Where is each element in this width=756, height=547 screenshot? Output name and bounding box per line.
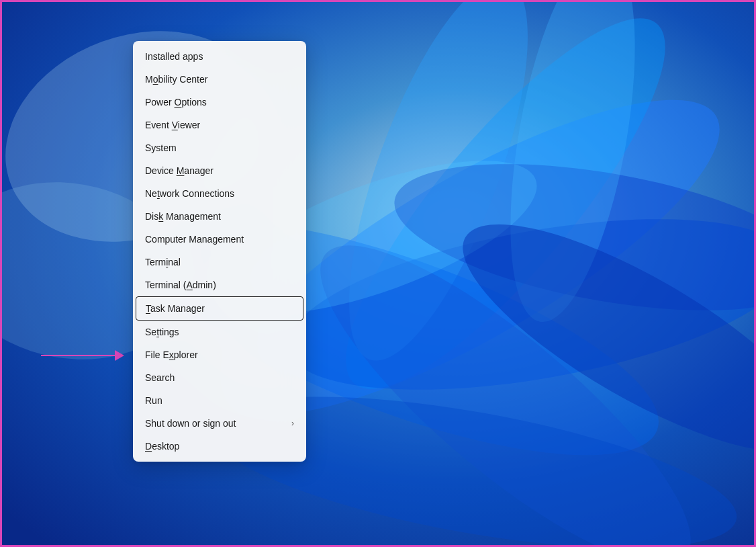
menu-item-search[interactable]: Search [133, 366, 306, 389]
menu-item-device-manager[interactable]: Device Manager [133, 159, 306, 182]
context-menu: Installed apps Mobility Center Power Opt… [133, 41, 306, 462]
arrow-head [115, 350, 124, 361]
arrow-indicator [41, 350, 124, 361]
menu-item-file-explorer[interactable]: File Explorer [133, 343, 306, 366]
arrow-line [41, 355, 115, 356]
menu-item-event-viewer[interactable]: Event Viewer [133, 114, 306, 136]
menu-item-desktop[interactable]: Desktop [133, 435, 306, 458]
menu-item-task-manager[interactable]: Task Manager [136, 296, 303, 321]
chevron-right-icon: › [291, 419, 294, 428]
menu-item-mobility-center[interactable]: Mobility Center [133, 68, 306, 91]
menu-item-power-options[interactable]: Power Options [133, 91, 306, 114]
desktop-background [2, 2, 754, 545]
menu-item-terminal-admin[interactable]: Terminal (Admin) [133, 274, 306, 296]
menu-item-computer-management[interactable]: Computer Management [133, 228, 306, 251]
menu-item-disk-management[interactable]: Disk Management [133, 205, 306, 228]
menu-item-terminal[interactable]: Terminal [133, 251, 306, 274]
menu-item-system[interactable]: System [133, 136, 306, 159]
menu-item-run[interactable]: Run [133, 389, 306, 412]
menu-item-network-connections[interactable]: Network Connections [133, 182, 306, 205]
menu-item-shut-down-sign-out[interactable]: Shut down or sign out › [133, 412, 306, 435]
menu-item-installed-apps[interactable]: Installed apps [133, 45, 306, 68]
menu-item-settings[interactable]: Settings [133, 321, 306, 343]
